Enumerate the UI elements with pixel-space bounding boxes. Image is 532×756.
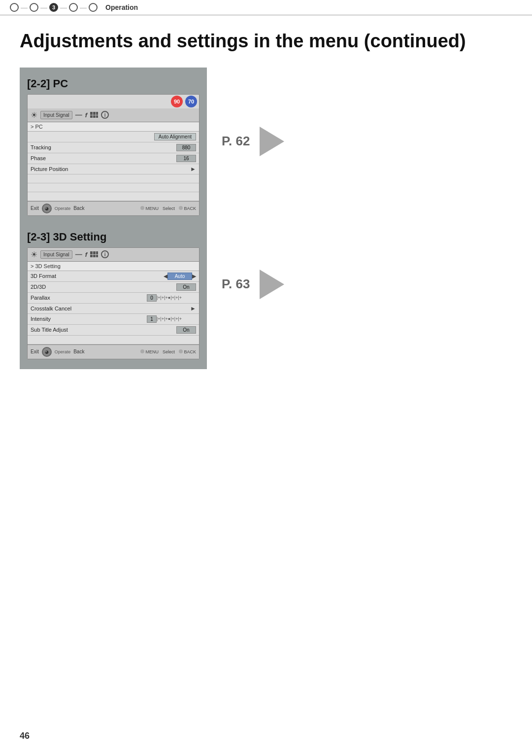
operate-dial-icon-3d: ◕: [42, 347, 52, 357]
operate-label-3d: Operate: [55, 349, 71, 354]
f-icon-3d: f: [85, 251, 87, 258]
parallax-slider-ticks: |+|+|+●|+|+|+: [157, 295, 182, 300]
badge-70: 70: [185, 96, 197, 107]
ref-3d-text: P. 63: [222, 276, 250, 292]
menu-row-crosstalk[interactable]: Crosstalk Cancel ►: [28, 304, 199, 314]
menu-row-parallax: Parallax 0 |+|+|+●|+|+|+: [28, 293, 199, 304]
menu-dot-3d: MENU: [140, 349, 159, 354]
parallax-value: 0: [147, 294, 157, 302]
menu-row-tracking: Tracking 880: [28, 142, 199, 153]
menu-row-3d-format[interactable]: 3D Format ◀ Auto ▶: [28, 271, 199, 282]
header-bar: — — 3 — — Operation: [0, 0, 532, 15]
operate-label: Operate: [55, 206, 71, 211]
bottom-left-3d: Exit ◕ Operate Back: [31, 347, 84, 357]
arrow-pc: [260, 127, 284, 156]
input-signal-label-3d: Input Signal: [43, 252, 69, 257]
3d-format-label: 3D Format: [31, 273, 164, 279]
ref-pc: P. 62: [222, 127, 512, 156]
circle-separator-1: —: [21, 3, 28, 11]
menu-bottombar-3d: Exit ◕ Operate Back MENU Select B: [28, 344, 199, 359]
menu-row-phase: Phase 16: [28, 153, 199, 164]
input-signal-box-3d: Input Signal: [40, 250, 72, 259]
section-pc: [2-2] PC 90 70 ☀ Input Signal — f: [27, 77, 200, 216]
step-circle-5: [89, 3, 98, 12]
picture-position-label: Picture Position: [31, 166, 190, 172]
tracking-value: 880: [176, 144, 196, 151]
circle-separator-2: —: [40, 3, 47, 11]
dash-icon-3d: —: [75, 250, 82, 258]
intensity-label: Intensity: [31, 316, 147, 322]
subtitle-value: On: [176, 326, 196, 334]
projector-icon-3d: ☀: [31, 250, 37, 259]
left-panel: [2-2] PC 90 70 ☀ Input Signal — f: [20, 68, 207, 369]
arrow-3d: [260, 270, 284, 299]
circle-separator-4: —: [80, 3, 87, 11]
exit-label-3d: Exit: [31, 349, 39, 354]
ref-3d: P. 63: [222, 270, 512, 299]
spacer-row-3: [28, 192, 199, 201]
format-nav-left[interactable]: ◀: [164, 273, 167, 279]
right-panel: P. 62 P. 63: [207, 68, 512, 369]
menu-panel-3d: ☀ Input Signal — f i > 3D Setting: [27, 247, 200, 359]
bottom-right-3d: MENU Select BACK: [140, 349, 196, 354]
info-icon-3d: i: [101, 250, 109, 258]
auto-alignment-button[interactable]: Auto Alignment: [154, 133, 196, 140]
select-text: Select: [163, 206, 175, 211]
page-title: Adjustments and settings in the menu (co…: [0, 15, 532, 63]
spacer-row-1: [28, 174, 199, 183]
input-signal-box: Input Signal: [40, 111, 72, 119]
parallax-label: Parallax: [31, 295, 147, 301]
section-3d: [2-3] 3D Setting ☀ Input Signal — f i: [27, 231, 200, 359]
parallax-slider[interactable]: |+|+|+●|+|+|+: [157, 295, 196, 301]
operate-dial-icon: ◕: [42, 204, 52, 213]
menu-topbar-3d: ☀ Input Signal — f i: [28, 248, 199, 262]
3d-format-value: Auto: [167, 273, 192, 280]
menu-row-subtitle: Sub Title Adjust On: [28, 325, 199, 336]
intensity-value: 1: [147, 315, 157, 323]
intensity-slider-ticks: |+|+|+●|+|+|+: [157, 316, 182, 321]
header-title: Operation: [105, 3, 138, 11]
step-circles: — — 3 — —: [10, 3, 98, 12]
subtitle-label: Sub Title Adjust: [31, 327, 176, 333]
bottom-right-pc: MENU Select BACK: [140, 206, 196, 211]
back-dot: BACK: [179, 206, 196, 211]
breadcrumb-pc: > PC: [28, 122, 199, 132]
grid-icon: [90, 112, 98, 118]
ref-pc-text: P. 62: [222, 134, 250, 149]
crosstalk-arrow: ►: [190, 305, 196, 312]
2d3d-label: 2D/3D: [31, 284, 176, 290]
select-text-3d: Select: [163, 349, 175, 354]
step-circle-2: [30, 3, 38, 12]
menu-text-3d: MENU: [145, 349, 159, 354]
back-dot-3d: BACK: [179, 349, 196, 354]
f-icon: f: [85, 111, 87, 119]
format-nav-right[interactable]: ▶: [192, 273, 196, 279]
section-pc-title: [2-2] PC: [27, 77, 200, 90]
projector-icon: ☀: [31, 110, 37, 120]
step-circle-4: [69, 3, 78, 12]
2d3d-value: On: [176, 283, 196, 291]
spacer-row-2: [28, 183, 199, 192]
bottom-left-pc: Exit ◕ Operate Back: [31, 204, 84, 213]
menu-bottombar-pc: Exit ◕ Operate Back MENU Select B: [28, 201, 199, 215]
picture-position-arrow: ►: [190, 166, 196, 172]
tracking-label: Tracking: [31, 144, 176, 150]
menu-panel-pc: 90 70 ☀ Input Signal — f i: [27, 94, 200, 216]
main-content: [2-2] PC 90 70 ☀ Input Signal — f: [0, 63, 532, 374]
intensity-slider[interactable]: |+|+|+●|+|+|+: [157, 316, 196, 322]
menu-row-auto-alignment: Auto Alignment: [28, 132, 199, 142]
grid-icon-3d: [90, 251, 98, 257]
phase-label: Phase: [31, 155, 176, 161]
menu-text: MENU: [145, 206, 159, 211]
breadcrumb-3d: > 3D Setting: [28, 262, 199, 271]
badge-row: 90 70: [28, 95, 199, 108]
menu-row-picture-position[interactable]: Picture Position ►: [28, 164, 199, 174]
back-label-text-3d: BACK: [184, 349, 196, 354]
back-label: Back: [73, 206, 84, 211]
menu-row-intensity: Intensity 1 |+|+|+●|+|+|+: [28, 314, 199, 325]
info-icon: i: [101, 111, 109, 119]
dash-icon: —: [75, 111, 82, 119]
back-label-text: BACK: [184, 206, 196, 211]
step-circle-3: 3: [49, 3, 58, 12]
input-signal-label: Input Signal: [43, 112, 69, 118]
